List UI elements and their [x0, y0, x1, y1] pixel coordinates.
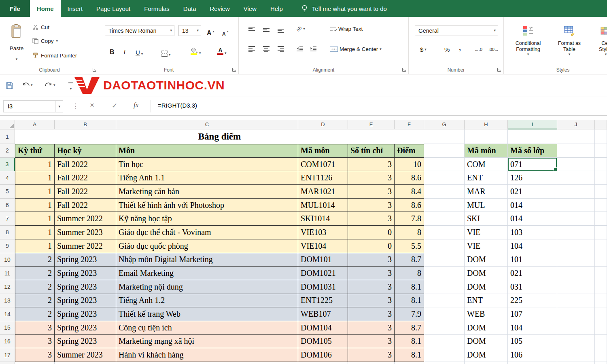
cell-A9[interactable]: 1: [15, 239, 55, 253]
tab-help[interactable]: Help: [263, 0, 290, 17]
cell-partial[interactable]: [465, 362, 508, 364]
wrap-text-button[interactable]: Wrap Text: [330, 26, 363, 32]
column-header-J[interactable]: J: [557, 120, 595, 129]
decrease-decimal-button[interactable]: .00→: [488, 44, 499, 54]
redo-button[interactable]: ▾: [45, 82, 55, 89]
cell-K2[interactable]: [595, 144, 607, 158]
name-box[interactable]: I3 ▾: [3, 100, 63, 112]
increase-indent-button[interactable]: [310, 46, 317, 51]
cell-C7[interactable]: Kỹ năng học tập: [116, 212, 298, 226]
comma-style-button[interactable]: ,: [459, 43, 461, 53]
cell-J2[interactable]: [557, 144, 595, 158]
tab-review[interactable]: Review: [203, 0, 237, 17]
cell-D7[interactable]: SKI1014: [298, 212, 348, 226]
alignment-dialog-launcher-icon[interactable]: [402, 68, 406, 72]
cell-D8[interactable]: VIE103: [298, 226, 348, 239]
cell-A16[interactable]: 3: [15, 335, 55, 349]
cell-B9[interactable]: Summer 2022: [55, 239, 116, 253]
cell-F13[interactable]: 8.1: [395, 294, 424, 308]
cell-partial[interactable]: [116, 362, 298, 364]
cell-G13[interactable]: [424, 294, 465, 308]
format-as-table-button[interactable]: Format as Table ▾: [551, 21, 588, 69]
cell-E3[interactable]: 3: [348, 158, 395, 171]
cell-K11[interactable]: [595, 267, 607, 280]
cell-H15[interactable]: DOM: [465, 321, 508, 335]
enter-icon[interactable]: ✓: [112, 102, 117, 110]
cell-E10[interactable]: 3: [348, 253, 395, 267]
cell-C6[interactable]: Thiết kế hình ảnh với Photoshop: [116, 199, 298, 212]
cell-I3[interactable]: 071: [508, 158, 557, 171]
cell-A6[interactable]: 1: [15, 199, 55, 212]
cell-K16[interactable]: [595, 335, 607, 349]
cut-button[interactable]: Cut: [32, 22, 49, 32]
number-dialog-launcher-icon[interactable]: [497, 68, 501, 72]
cell-E13[interactable]: 3: [348, 294, 395, 308]
cell-H13[interactable]: ENT: [465, 294, 508, 308]
column-header-partial[interactable]: [595, 120, 607, 129]
cell-F14[interactable]: 7.9: [395, 307, 424, 321]
cell-B14[interactable]: Spring 2023: [55, 307, 116, 321]
cell-B17[interactable]: Summer 2023: [55, 348, 116, 362]
table-header-6[interactable]: Điểm: [395, 144, 424, 158]
cell-G6[interactable]: [424, 199, 465, 212]
cell-K13[interactable]: [595, 294, 607, 308]
cell-F12[interactable]: 8.1: [395, 280, 424, 294]
formula-input[interactable]: =RIGHT(D3,3): [158, 102, 197, 109]
cell-K9[interactable]: [595, 239, 607, 253]
cell-J17[interactable]: [557, 348, 595, 362]
cell-K8[interactable]: [595, 226, 607, 239]
clipboard-dialog-launcher-icon[interactable]: [92, 68, 97, 72]
cell-A7[interactable]: 1: [15, 212, 55, 226]
accounting-format-button[interactable]: $ ▾: [420, 44, 427, 54]
cell-H4[interactable]: ENT: [465, 171, 508, 185]
cell-J16[interactable]: [557, 335, 595, 349]
extra-header-1[interactable]: Mã môn: [465, 144, 508, 158]
cell-partial[interactable]: [508, 362, 557, 364]
column-header-F[interactable]: F: [395, 120, 424, 129]
orientation-button[interactable]: ab ▾: [296, 26, 305, 32]
table-header-2[interactable]: Học kỳ: [55, 144, 116, 158]
font-size-combobox[interactable]: 13 ▾: [178, 25, 201, 36]
cell-E15[interactable]: 3: [348, 321, 395, 335]
cell-J13[interactable]: [557, 294, 595, 308]
align-right-button[interactable]: [278, 46, 284, 52]
cell-G16[interactable]: [424, 335, 465, 349]
tab-insert[interactable]: Insert: [61, 0, 90, 17]
cell-D16[interactable]: DOM105: [298, 335, 348, 349]
cell-J7[interactable]: [557, 212, 595, 226]
cell-E8[interactable]: 0: [348, 226, 395, 239]
cell-G10[interactable]: [424, 253, 465, 267]
tab-home[interactable]: Home: [30, 0, 61, 17]
insert-function-icon[interactable]: fx: [134, 101, 138, 109]
cell-E9[interactable]: 0: [348, 239, 395, 253]
row-header-6[interactable]: 6: [0, 199, 15, 212]
cell-G2[interactable]: [424, 144, 465, 158]
cell-J6[interactable]: [557, 199, 595, 212]
cell-F5[interactable]: 8.4: [395, 185, 424, 199]
cell-C11[interactable]: Email Marketing: [116, 267, 298, 280]
cell-H12[interactable]: DOM: [465, 280, 508, 294]
cell-C17[interactable]: Hành vi khách hàng: [116, 348, 298, 362]
cell-A10[interactable]: 2: [15, 253, 55, 267]
column-header-H[interactable]: H: [465, 120, 508, 129]
cell-F10[interactable]: 8.7: [395, 253, 424, 267]
cell-H8[interactable]: VIE: [465, 226, 508, 239]
cell-A14[interactable]: 2: [15, 307, 55, 321]
cell-C4[interactable]: Tiếng Anh 1.1: [116, 171, 298, 185]
cell-D4[interactable]: ENT1126: [298, 171, 348, 185]
cell-I15[interactable]: 104: [508, 321, 557, 335]
row-header-partial[interactable]: [0, 362, 15, 364]
select-all-button[interactable]: [0, 120, 15, 129]
cell-B8[interactable]: Summer 2023: [55, 226, 116, 239]
cell-I17[interactable]: 106: [508, 348, 557, 362]
cell-E4[interactable]: 3: [348, 171, 395, 185]
row-header-10[interactable]: 10: [0, 253, 15, 267]
cell-B5[interactable]: Fall 2022: [55, 185, 116, 199]
cell-partial[interactable]: [55, 362, 116, 364]
cell-partial[interactable]: [15, 362, 55, 364]
font-name-combobox[interactable]: Times New Roman ▾: [105, 25, 174, 36]
cell-A17[interactable]: 3: [15, 348, 55, 362]
cell-G15[interactable]: [424, 321, 465, 335]
bottom-align-button[interactable]: [278, 27, 284, 33]
cell-F17[interactable]: 8.1: [395, 348, 424, 362]
